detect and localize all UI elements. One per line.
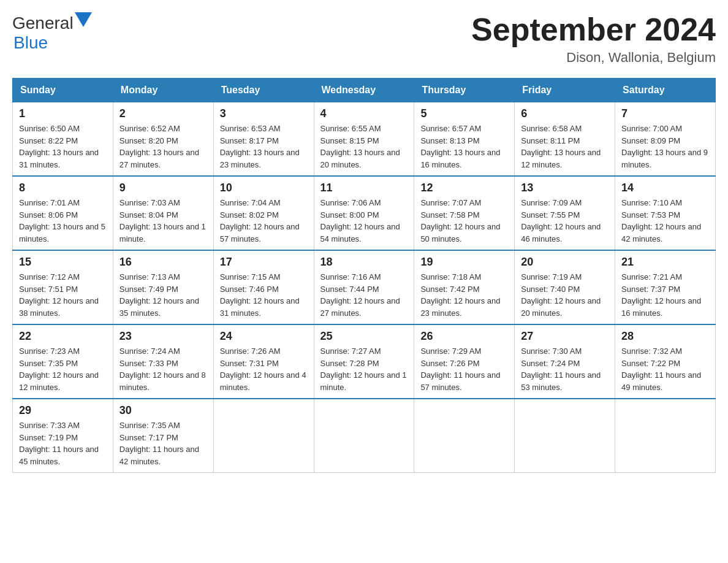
day-info: Sunrise: 7:27 AMSunset: 7:28 PMDaylight:… xyxy=(320,345,408,393)
day-number: 9 xyxy=(119,182,207,194)
day-number: 3 xyxy=(220,107,308,120)
day-info: Sunrise: 6:50 AMSunset: 8:22 PMDaylight:… xyxy=(19,123,107,170)
day-info: Sunrise: 7:01 AMSunset: 8:06 PMDaylight:… xyxy=(19,197,107,245)
calendar-cell: 3Sunrise: 6:53 AMSunset: 8:17 PMDaylight… xyxy=(213,102,314,177)
day-number: 4 xyxy=(320,107,408,120)
calendar-cell: 27Sunrise: 7:30 AMSunset: 7:24 PMDayligh… xyxy=(515,324,615,399)
day-info: Sunrise: 7:07 AMSunset: 7:58 PMDaylight:… xyxy=(420,197,508,245)
day-number: 27 xyxy=(521,330,609,343)
header-monday: Monday xyxy=(113,79,213,102)
day-number: 14 xyxy=(621,182,709,194)
day-number: 25 xyxy=(320,330,408,343)
day-number: 11 xyxy=(320,182,408,194)
day-number: 19 xyxy=(420,256,508,269)
calendar-cell xyxy=(213,399,314,473)
day-info: Sunrise: 6:53 AMSunset: 8:17 PMDaylight:… xyxy=(220,123,308,170)
calendar-cell: 28Sunrise: 7:32 AMSunset: 7:22 PMDayligh… xyxy=(615,324,716,399)
day-number: 20 xyxy=(521,256,609,269)
day-info: Sunrise: 7:23 AMSunset: 7:35 PMDaylight:… xyxy=(19,345,107,393)
day-info: Sunrise: 7:35 AMSunset: 7:17 PMDaylight:… xyxy=(119,419,207,467)
page-header: General Blue September 2024 Dison, Wallo… xyxy=(12,12,716,66)
calendar-cell: 18Sunrise: 7:16 AMSunset: 7:44 PMDayligh… xyxy=(314,250,414,324)
calendar-header-row: SundayMondayTuesdayWednesdayThursdayFrid… xyxy=(13,79,716,102)
day-number: 2 xyxy=(119,107,207,120)
calendar-week-row: 15Sunrise: 7:12 AMSunset: 7:51 PMDayligh… xyxy=(13,250,716,324)
day-number: 24 xyxy=(220,330,308,343)
day-info: Sunrise: 7:30 AMSunset: 7:24 PMDaylight:… xyxy=(521,345,609,393)
logo-blue-text: Blue xyxy=(13,33,48,53)
calendar-cell: 6Sunrise: 6:58 AMSunset: 8:11 PMDaylight… xyxy=(515,102,615,177)
day-number: 17 xyxy=(220,256,308,269)
header-friday: Friday xyxy=(515,79,615,102)
calendar-cell: 20Sunrise: 7:19 AMSunset: 7:40 PMDayligh… xyxy=(515,250,615,324)
day-info: Sunrise: 6:55 AMSunset: 8:15 PMDaylight:… xyxy=(320,123,408,170)
day-info: Sunrise: 7:10 AMSunset: 7:53 PMDaylight:… xyxy=(621,197,709,245)
day-info: Sunrise: 6:58 AMSunset: 8:11 PMDaylight:… xyxy=(521,123,609,170)
day-info: Sunrise: 7:12 AMSunset: 7:51 PMDaylight:… xyxy=(19,271,107,319)
day-info: Sunrise: 6:57 AMSunset: 8:13 PMDaylight:… xyxy=(420,123,508,170)
day-info: Sunrise: 7:33 AMSunset: 7:19 PMDaylight:… xyxy=(19,419,107,467)
location-subtitle: Dison, Wallonia, Belgium xyxy=(471,50,716,66)
day-number: 8 xyxy=(19,182,107,194)
day-info: Sunrise: 7:13 AMSunset: 7:49 PMDaylight:… xyxy=(119,271,207,319)
calendar-cell: 7Sunrise: 7:00 AMSunset: 8:09 PMDaylight… xyxy=(615,102,716,177)
svg-marker-0 xyxy=(75,12,92,27)
day-info: Sunrise: 7:21 AMSunset: 7:37 PMDaylight:… xyxy=(621,271,709,319)
day-info: Sunrise: 7:00 AMSunset: 8:09 PMDaylight:… xyxy=(621,123,709,170)
day-info: Sunrise: 7:06 AMSunset: 8:00 PMDaylight:… xyxy=(320,197,408,245)
calendar-cell: 30Sunrise: 7:35 AMSunset: 7:17 PMDayligh… xyxy=(113,399,213,473)
calendar-cell: 16Sunrise: 7:13 AMSunset: 7:49 PMDayligh… xyxy=(113,250,213,324)
calendar-cell xyxy=(515,399,615,473)
title-section: September 2024 Dison, Wallonia, Belgium xyxy=(471,12,716,66)
day-number: 5 xyxy=(420,107,508,120)
calendar-cell: 21Sunrise: 7:21 AMSunset: 7:37 PMDayligh… xyxy=(615,250,716,324)
day-info: Sunrise: 7:29 AMSunset: 7:26 PMDaylight:… xyxy=(420,345,508,393)
calendar-cell: 17Sunrise: 7:15 AMSunset: 7:46 PMDayligh… xyxy=(213,250,314,324)
day-info: Sunrise: 7:24 AMSunset: 7:33 PMDaylight:… xyxy=(119,345,207,393)
day-info: Sunrise: 7:15 AMSunset: 7:46 PMDaylight:… xyxy=(220,271,308,319)
day-info: Sunrise: 7:09 AMSunset: 7:55 PMDaylight:… xyxy=(521,197,609,245)
calendar-cell: 29Sunrise: 7:33 AMSunset: 7:19 PMDayligh… xyxy=(13,399,113,473)
day-info: Sunrise: 7:03 AMSunset: 8:04 PMDaylight:… xyxy=(119,197,207,245)
calendar-cell: 23Sunrise: 7:24 AMSunset: 7:33 PMDayligh… xyxy=(113,324,213,399)
logo: General Blue xyxy=(12,12,92,53)
day-number: 15 xyxy=(19,256,107,269)
calendar-cell xyxy=(615,399,716,473)
calendar-cell: 13Sunrise: 7:09 AMSunset: 7:55 PMDayligh… xyxy=(515,176,615,250)
calendar-week-row: 22Sunrise: 7:23 AMSunset: 7:35 PMDayligh… xyxy=(13,324,716,399)
calendar-cell: 12Sunrise: 7:07 AMSunset: 7:58 PMDayligh… xyxy=(414,176,515,250)
header-wednesday: Wednesday xyxy=(314,79,414,102)
day-info: Sunrise: 7:19 AMSunset: 7:40 PMDaylight:… xyxy=(521,271,609,319)
calendar-cell: 5Sunrise: 6:57 AMSunset: 8:13 PMDaylight… xyxy=(414,102,515,177)
calendar-cell: 10Sunrise: 7:04 AMSunset: 8:02 PMDayligh… xyxy=(213,176,314,250)
day-number: 6 xyxy=(521,107,609,120)
day-number: 26 xyxy=(420,330,508,343)
calendar-cell: 26Sunrise: 7:29 AMSunset: 7:26 PMDayligh… xyxy=(414,324,515,399)
logo-general-text: General xyxy=(12,13,74,33)
calendar-cell: 19Sunrise: 7:18 AMSunset: 7:42 PMDayligh… xyxy=(414,250,515,324)
day-info: Sunrise: 7:04 AMSunset: 8:02 PMDaylight:… xyxy=(220,197,308,245)
calendar-week-row: 29Sunrise: 7:33 AMSunset: 7:19 PMDayligh… xyxy=(13,399,716,473)
calendar-cell: 4Sunrise: 6:55 AMSunset: 8:15 PMDaylight… xyxy=(314,102,414,177)
day-number: 28 xyxy=(621,330,709,343)
header-saturday: Saturday xyxy=(615,79,716,102)
day-number: 7 xyxy=(621,107,709,120)
day-number: 1 xyxy=(19,107,107,120)
header-sunday: Sunday xyxy=(13,79,113,102)
calendar-cell: 15Sunrise: 7:12 AMSunset: 7:51 PMDayligh… xyxy=(13,250,113,324)
day-number: 12 xyxy=(420,182,508,194)
calendar-cell: 25Sunrise: 7:27 AMSunset: 7:28 PMDayligh… xyxy=(314,324,414,399)
logo-arrow-icon xyxy=(75,12,92,31)
day-number: 10 xyxy=(220,182,308,194)
header-tuesday: Tuesday xyxy=(213,79,314,102)
day-info: Sunrise: 7:32 AMSunset: 7:22 PMDaylight:… xyxy=(621,345,709,393)
calendar-table: SundayMondayTuesdayWednesdayThursdayFrid… xyxy=(12,78,716,473)
calendar-cell: 8Sunrise: 7:01 AMSunset: 8:06 PMDaylight… xyxy=(13,176,113,250)
calendar-cell: 9Sunrise: 7:03 AMSunset: 8:04 PMDaylight… xyxy=(113,176,213,250)
calendar-cell: 1Sunrise: 6:50 AMSunset: 8:22 PMDaylight… xyxy=(13,102,113,177)
calendar-cell: 22Sunrise: 7:23 AMSunset: 7:35 PMDayligh… xyxy=(13,324,113,399)
calendar-cell: 24Sunrise: 7:26 AMSunset: 7:31 PMDayligh… xyxy=(213,324,314,399)
day-number: 21 xyxy=(621,256,709,269)
calendar-cell xyxy=(314,399,414,473)
day-number: 22 xyxy=(19,330,107,343)
